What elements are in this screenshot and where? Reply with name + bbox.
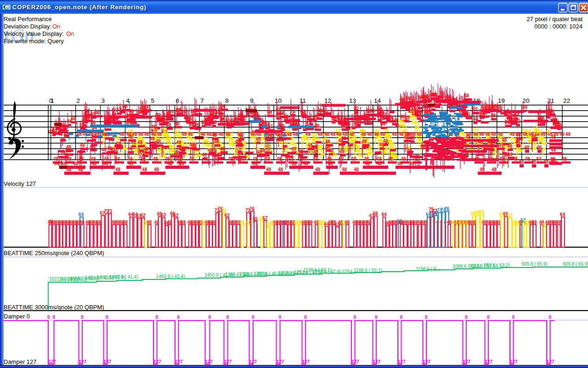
- svg-text:48: 48: [142, 167, 147, 172]
- svg-text:48: 48: [276, 125, 281, 130]
- svg-text:127: 127: [302, 359, 310, 364]
- svg-text:0000 : 0000: 1024: 0000 : 0000: 1024: [534, 23, 582, 30]
- svg-text:0: 0: [81, 315, 84, 320]
- svg-text:48: 48: [123, 104, 128, 109]
- svg-text:51: 51: [268, 124, 273, 129]
- svg-text:48: 48: [181, 132, 187, 137]
- svg-text:20: 20: [523, 97, 530, 104]
- svg-text:48: 48: [132, 132, 138, 137]
- svg-text:Velocity 127: Velocity 127: [4, 180, 36, 187]
- svg-text:62: 62: [225, 213, 230, 218]
- svg-text:0: 0: [47, 315, 50, 320]
- svg-text:48: 48: [212, 132, 218, 137]
- svg-text:48: 48: [399, 119, 405, 124]
- svg-text:48: 48: [64, 132, 69, 137]
- svg-text:48: 48: [315, 167, 321, 172]
- svg-text:48: 48: [531, 160, 537, 165]
- svg-text:0: 0: [226, 315, 229, 320]
- svg-text:48: 48: [492, 167, 497, 172]
- svg-text:51: 51: [176, 130, 182, 135]
- svg-text:48: 48: [562, 156, 567, 162]
- svg-text:64: 64: [79, 212, 84, 217]
- svg-text:60: 60: [392, 118, 397, 123]
- svg-text:10: 10: [275, 97, 282, 104]
- svg-text:48: 48: [380, 132, 385, 137]
- svg-text:48: 48: [479, 132, 485, 137]
- svg-text:64: 64: [432, 93, 438, 98]
- svg-text:48: 48: [79, 156, 84, 162]
- svg-text:48: 48: [128, 161, 134, 166]
- svg-text:48: 48: [354, 167, 359, 172]
- svg-text:On: On: [66, 30, 74, 37]
- svg-text:22: 22: [563, 97, 570, 104]
- svg-text:48: 48: [492, 104, 497, 109]
- svg-text:48: 48: [377, 161, 382, 166]
- svg-text:127: 127: [249, 359, 257, 364]
- svg-text:127: 127: [510, 359, 518, 364]
- svg-text:48: 48: [551, 134, 556, 139]
- svg-text:19: 19: [498, 97, 505, 104]
- svg-text:48: 48: [291, 146, 297, 151]
- svg-text:48: 48: [531, 220, 537, 225]
- svg-text:48: 48: [291, 161, 297, 166]
- svg-text:0: 0: [209, 315, 211, 320]
- svg-text:48: 48: [144, 132, 150, 137]
- svg-text:48: 48: [147, 220, 152, 225]
- svg-text:64: 64: [54, 161, 60, 166]
- svg-text:48: 48: [556, 220, 562, 225]
- svg-text:Real Performance: Real Performance: [4, 16, 52, 22]
- svg-text:48: 48: [367, 132, 373, 137]
- svg-text:48: 48: [250, 132, 255, 137]
- svg-text:48: 48: [409, 161, 415, 166]
- svg-text:1: 1: [51, 97, 54, 104]
- svg-text:0: 0: [512, 315, 515, 320]
- svg-text:48: 48: [203, 156, 208, 162]
- svg-text:48: 48: [362, 139, 367, 144]
- svg-text:48: 48: [79, 143, 85, 148]
- svg-text:48: 48: [215, 156, 220, 162]
- svg-text:48: 48: [256, 137, 261, 142]
- svg-text:13: 13: [349, 97, 356, 104]
- svg-text:Damper 127: Damper 127: [4, 358, 37, 365]
- svg-text:Deviation Display:: Deviation Display:: [4, 23, 51, 30]
- svg-text:0: 0: [279, 315, 282, 320]
- svg-text:48: 48: [313, 156, 318, 162]
- svg-text:48: 48: [325, 139, 331, 144]
- svg-text:2: 2: [77, 97, 80, 104]
- svg-text:48: 48: [137, 140, 143, 145]
- svg-text:60: 60: [339, 156, 344, 162]
- svg-text:48: 48: [565, 132, 571, 137]
- svg-text:127: 127: [373, 359, 381, 364]
- svg-text:48: 48: [58, 132, 63, 137]
- svg-text:48: 48: [411, 132, 416, 137]
- svg-text:48: 48: [66, 167, 72, 172]
- svg-text:66: 66: [220, 104, 226, 109]
- svg-text:56: 56: [115, 156, 120, 162]
- svg-text:62: 62: [507, 213, 513, 218]
- svg-text:5: 5: [151, 97, 154, 104]
- svg-text:48: 48: [336, 132, 342, 137]
- svg-text:48: 48: [127, 146, 133, 151]
- svg-text:48: 48: [525, 156, 531, 162]
- svg-text:48: 48: [307, 143, 313, 148]
- svg-text:48: 48: [342, 132, 348, 137]
- svg-text:62: 62: [141, 213, 146, 218]
- svg-text:959.6 ( 63.2): 959.6 ( 63.2): [484, 263, 510, 268]
- svg-text:48: 48: [399, 132, 404, 137]
- svg-text:48: 48: [498, 132, 503, 137]
- svg-text:48: 48: [473, 132, 479, 137]
- svg-text:3: 3: [102, 97, 105, 104]
- svg-text:54: 54: [281, 141, 287, 146]
- svg-text:48: 48: [466, 132, 472, 137]
- svg-text:48: 48: [266, 167, 271, 172]
- svg-text:48: 48: [220, 117, 225, 123]
- svg-text:48: 48: [392, 132, 397, 137]
- svg-text:48: 48: [102, 147, 107, 152]
- svg-text:48: 48: [225, 132, 231, 137]
- svg-text:48: 48: [179, 161, 185, 166]
- svg-text:48: 48: [507, 144, 513, 149]
- svg-text:0: 0: [425, 315, 428, 320]
- svg-text:48: 48: [61, 161, 67, 166]
- svg-text:48: 48: [330, 132, 336, 137]
- svg-text:63: 63: [161, 212, 166, 217]
